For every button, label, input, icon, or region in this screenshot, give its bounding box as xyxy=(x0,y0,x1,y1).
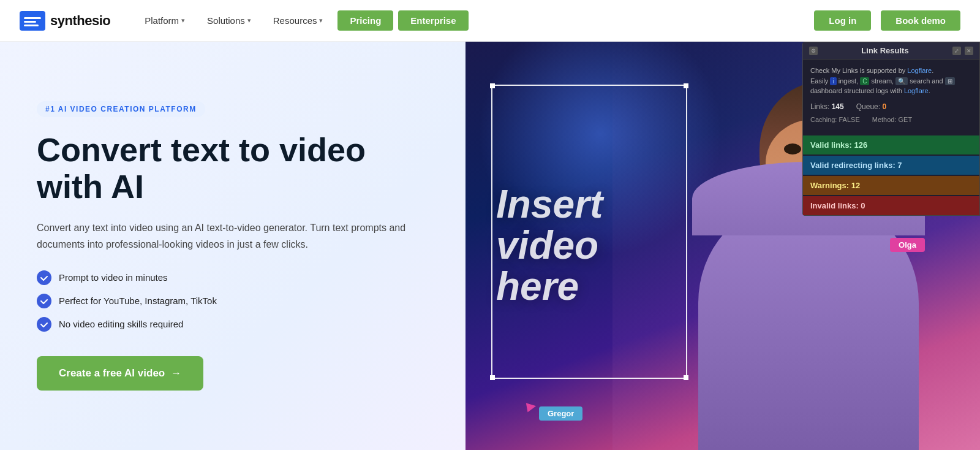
caching-info: Caching: FALSE xyxy=(810,116,860,123)
feature-item-1: Prompt to video in minutes xyxy=(37,270,429,285)
valid-links-row: Valid links: 126 xyxy=(803,135,979,154)
valid-redirecting-row: Valid redirecting links: 7 xyxy=(803,156,979,175)
selection-handle-br xyxy=(684,375,688,380)
panel-expand-icon[interactable]: ⤢ xyxy=(952,47,961,55)
svg-rect-0 xyxy=(24,17,41,19)
panel-info-text: Check My Links is supported by Logflare.… xyxy=(810,66,972,96)
nav-platform[interactable]: Platform ▾ xyxy=(135,10,195,31)
hero-title: Convert text to video with AI xyxy=(37,132,429,205)
panel-controls: ⤢ ✕ xyxy=(952,47,973,55)
person-body xyxy=(698,205,919,450)
logo[interactable]: synthesio xyxy=(20,11,110,31)
book-demo-button[interactable]: Book demo xyxy=(881,10,960,31)
feature-item-2: Perfect for YouTube, Instagram, TikTok xyxy=(37,294,429,308)
feature-item-3: No video editing skills required xyxy=(37,317,429,332)
chevron-down-icon: ▾ xyxy=(247,17,251,25)
nav-enterprise[interactable]: Enterprise xyxy=(398,10,468,31)
cta-button[interactable]: Create a free AI video → xyxy=(37,356,203,391)
links-stat: Links: 145 xyxy=(810,102,844,111)
dashboard-badge: ⊞ xyxy=(945,77,955,85)
hero-badge: #1 AI VIDEO CREATION PLATFORM xyxy=(37,101,205,117)
hero-description: Convert any text into video using an AI … xyxy=(37,219,429,253)
warnings-row: Warnings: 12 xyxy=(803,176,979,195)
login-button[interactable]: Log in xyxy=(814,10,871,31)
svg-rect-1 xyxy=(24,21,36,23)
stream-badge: C xyxy=(860,77,869,85)
check-icon xyxy=(37,270,51,285)
chevron-down-icon: ▾ xyxy=(319,17,323,25)
nav-right: Log in Book demo xyxy=(814,10,960,31)
panel-title: Link Results xyxy=(818,46,952,55)
hero-content: #1 AI VIDEO CREATION PLATFORM Convert te… xyxy=(0,42,466,450)
queue-stat: Queue: 0 xyxy=(856,102,886,111)
svg-rect-2 xyxy=(24,25,39,26)
ingest-badge: i xyxy=(830,77,836,85)
cursor-arrow-icon: ▶ xyxy=(526,398,537,414)
logo-text: synthesio xyxy=(50,13,110,29)
selection-handle-tr xyxy=(684,83,688,88)
panel-settings-icon[interactable]: ⚙ xyxy=(809,47,818,55)
link-results-panel: ⚙ Link Results ⤢ ✕ Check My Links is sup… xyxy=(802,42,980,216)
invalid-links-row: Invalid links: 0 xyxy=(803,196,979,215)
panel-close-icon[interactable]: ✕ xyxy=(965,47,973,55)
panel-meta: Caching: FALSE Method: GET xyxy=(810,116,972,123)
selection-handle-tl xyxy=(490,83,495,88)
logflare-link[interactable]: Logflare xyxy=(907,67,932,74)
logflare-link-2[interactable]: Logflare xyxy=(904,87,929,94)
panel-stats: Links: 145 Queue: 0 xyxy=(810,102,972,111)
panel-titlebar: ⚙ Link Results ⤢ ✕ xyxy=(803,42,979,59)
nav-pricing[interactable]: Pricing xyxy=(337,10,393,31)
logo-icon xyxy=(20,11,45,31)
olga-label: Olga xyxy=(890,238,925,252)
navbar: synthesio Platform ▾ Solutions ▾ Resourc… xyxy=(0,0,980,42)
search-badge: 🔍 xyxy=(895,77,908,85)
nav-resources[interactable]: Resources ▾ xyxy=(263,10,333,31)
eye-left xyxy=(784,143,801,154)
check-icon xyxy=(37,294,51,308)
nav-solutions[interactable]: Solutions ▾ xyxy=(197,10,261,31)
check-icon xyxy=(37,317,51,332)
nav-links: Platform ▾ Solutions ▾ Resources ▾ Prici… xyxy=(135,10,814,31)
hero-section: #1 AI VIDEO CREATION PLATFORM Convert te… xyxy=(0,42,980,450)
method-info: Method: GET xyxy=(872,116,912,123)
selection-handle-bl xyxy=(490,375,495,380)
feature-list: Prompt to video in minutes Perfect for Y… xyxy=(37,270,429,332)
selection-box xyxy=(491,85,687,379)
chevron-down-icon: ▾ xyxy=(181,17,185,25)
panel-body: Check My Links is supported by Logflare.… xyxy=(803,59,979,135)
gregor-label: Gregor xyxy=(539,406,582,421)
